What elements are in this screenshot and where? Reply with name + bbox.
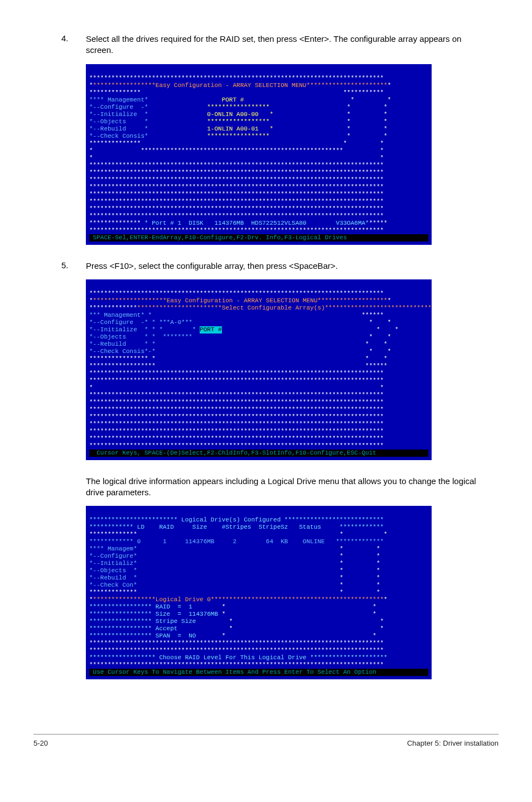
- ld0-raid: ***************** RAID = 1: [89, 603, 192, 610]
- sidebar-item-checkconsis: *--Check Consis*-*: [89, 348, 156, 355]
- instruction-step-5: 5. Press <F10>, select the configurable …: [61, 260, 487, 272]
- bios-screenshot-1: ****************************************…: [86, 64, 432, 245]
- sidebar-item-initialize: *--Initializ*: [89, 560, 137, 567]
- sidebar-item-rebuild: *--Rebuild * *: [89, 341, 156, 347]
- bios-screenshot-3: ************************ Logical Drive(s…: [86, 506, 432, 679]
- sidebar-heading: **** Managem*: [89, 545, 137, 552]
- ld0-stripe: ***************** Stripe Size: [89, 618, 196, 625]
- chapter-label: Chapter 5: Driver installation: [407, 739, 499, 747]
- sidebar-item-checkcon: *--Check Con*: [89, 582, 137, 588]
- page-number: 5-20: [33, 739, 48, 747]
- ld0-span: ***************** SPAN = NO: [89, 632, 196, 639]
- sidebar-item-objects: *--Objects * * ********: [89, 334, 192, 340]
- logical-drive-paragraph: The logical drive information appears in…: [86, 476, 487, 499]
- sidebar-item-configure: *--Configure -* * ***A-0***: [89, 319, 192, 326]
- portbox: PORT #: [200, 326, 222, 334]
- sidebar-item-objects: *--Objects *: [89, 567, 137, 574]
- sidebar-item-rebuild: *--Rebuild *: [89, 574, 137, 581]
- step-number: 5.: [61, 260, 86, 272]
- sidebar-item-configure: *--Configure*: [89, 553, 137, 559]
- bios-screenshot-2: ****************************************…: [86, 279, 432, 460]
- step-number: 4.: [61, 33, 86, 56]
- instruction-step-4: 4. Select all the drives required for th…: [61, 33, 487, 56]
- ld0-size: ***************** Size = 114376MB: [89, 611, 218, 617]
- ld0-accept: ***************** Accept: [89, 625, 177, 632]
- sidebar-item-initialize: *--Initialize * * * *: [89, 326, 196, 333]
- step-text: Press <F10>, select the configurable arr…: [86, 260, 338, 272]
- step-text: Select all the drives required for the R…: [86, 33, 487, 56]
- page-footer: 5-20 Chapter 5: Driver installation: [33, 734, 499, 747]
